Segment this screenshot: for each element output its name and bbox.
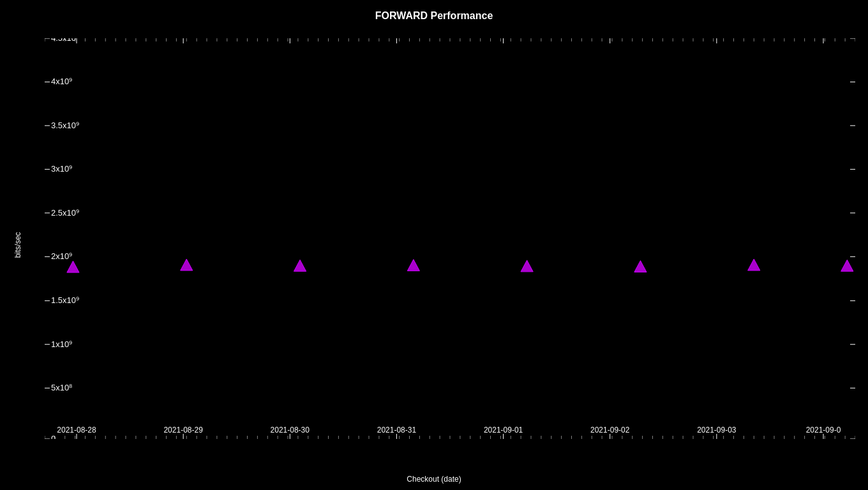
- svg-text:1x10⁹: 1x10⁹: [51, 339, 72, 349]
- x-axis-label: Checkout (date): [0, 475, 868, 484]
- chart-svg: 4.5x10⁹4x10⁹3.5x10⁹3x10⁹2.5x10⁹2x10⁹1.5x…: [45, 38, 855, 439]
- svg-text:3x10⁹: 3x10⁹: [51, 164, 72, 174]
- svg-text:0: 0: [51, 434, 56, 439]
- svg-text:2021-08-28: 2021-08-28: [57, 426, 96, 434]
- svg-rect-0: [45, 38, 855, 439]
- svg-text:3.5x10⁹: 3.5x10⁹: [51, 121, 79, 130]
- svg-text:2x10⁹: 2x10⁹: [51, 251, 72, 261]
- chart-area: 4.5x10⁹4x10⁹3.5x10⁹3x10⁹2.5x10⁹2x10⁹1.5x…: [45, 38, 855, 439]
- svg-text:2021-09-01: 2021-09-01: [484, 426, 523, 434]
- svg-text:2021-08-31: 2021-08-31: [377, 426, 417, 434]
- svg-text:2.5x10⁹: 2.5x10⁹: [51, 208, 79, 218]
- chart-title: FORWARD Performance: [0, 10, 868, 22]
- svg-text:4x10⁹: 4x10⁹: [51, 77, 72, 86]
- svg-text:2021-09-02: 2021-09-02: [590, 426, 630, 434]
- y-axis-label: bits/sec: [13, 232, 22, 258]
- chart-container: FORWARD Performance bits/sec 4.5x10⁹4x10…: [0, 0, 868, 490]
- svg-text:2021-08-29: 2021-08-29: [163, 426, 203, 434]
- svg-text:1.5x10⁹: 1.5x10⁹: [51, 295, 79, 305]
- svg-text:2021-09-03: 2021-09-03: [697, 426, 737, 434]
- svg-text:2021-08-30: 2021-08-30: [271, 426, 310, 434]
- svg-text:5x10⁸: 5x10⁸: [51, 383, 72, 392]
- svg-text:2021-09-0: 2021-09-0: [806, 426, 841, 434]
